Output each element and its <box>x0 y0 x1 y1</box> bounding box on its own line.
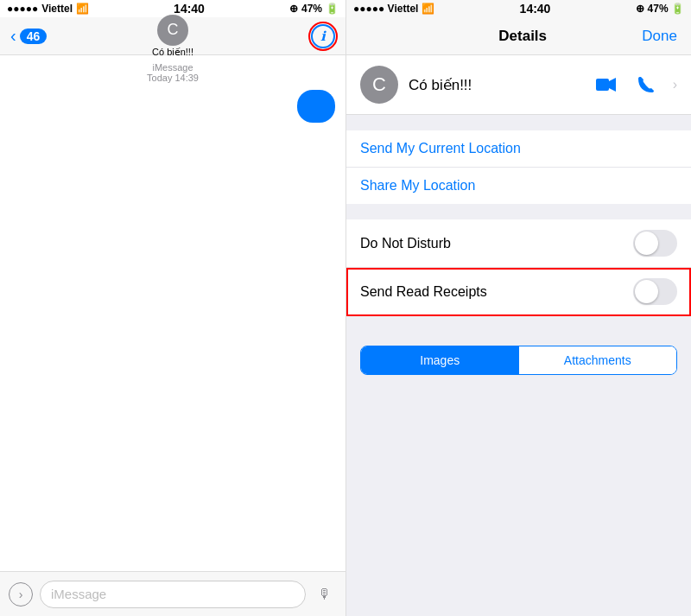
message-bubble <box>297 90 335 123</box>
battery-icon-left: 🔋 <box>326 3 339 15</box>
carrier-left: Viettel <box>41 3 73 15</box>
wifi-icon: 📶 <box>76 3 89 15</box>
input-bar: › iMessage 🎙 <box>0 571 346 616</box>
svg-rect-0 <box>596 79 609 91</box>
segment-control: Images Attachments <box>360 346 677 375</box>
input-placeholder: iMessage <box>51 587 106 601</box>
signal-bars: ●●●●● <box>7 3 38 15</box>
attachments-tab[interactable]: Attachments <box>519 346 677 374</box>
nav-center: C Có biến!!! <box>152 15 193 58</box>
send-read-receipts-toggle[interactable] <box>633 278 677 305</box>
nav-bar-left: ‹ 46 C Có biến!!! ℹ <box>0 17 346 55</box>
info-icon: ℹ <box>320 29 326 44</box>
left-status-group: ●●●●● Viettel 📶 <box>7 3 89 15</box>
send-read-receipts-label: Send Read Receipts <box>360 284 487 300</box>
carrier-right: Viettel <box>388 3 419 15</box>
battery-icon-right: 🔋 <box>671 3 684 15</box>
right-status-group: ⊕ 47% 🔋 <box>289 3 339 15</box>
done-button[interactable]: Done <box>642 28 677 45</box>
expand-icon: › <box>19 587 23 601</box>
battery-percent-left: 47% <box>301 3 322 15</box>
left-panel: ●●●●● Viettel 📶 14:40 ⊕ 47% 🔋 ‹ 46 C Có … <box>0 0 346 616</box>
contact-avatar: C <box>360 66 398 104</box>
phone-icon <box>637 75 656 94</box>
location-icon-left: ⊕ <box>289 3 298 15</box>
contact-actions: › <box>593 75 677 94</box>
battery-percent-right: 47% <box>648 3 669 15</box>
signal-bars-right: ●●●●● <box>353 3 384 15</box>
service-label: iMessage Today 14:39 <box>147 62 199 83</box>
details-content: C Có biến!!! › <box>346 55 691 616</box>
status-bar-right: ●●●●● Viettel 📶 14:40 ⊕ 47% 🔋 <box>346 0 691 17</box>
contact-name: Có biến!!! <box>409 76 583 94</box>
right-right-status: ⊕ 47% 🔋 <box>636 3 684 15</box>
contact-name-nav: Có biến!!! <box>152 47 193 58</box>
right-panel: ●●●●● Viettel 📶 14:40 ⊕ 47% 🔋 Details Do… <box>346 0 691 616</box>
do-not-disturb-row: Do Not Disturb <box>346 219 691 268</box>
expand-button[interactable]: › <box>9 582 33 606</box>
back-chevron-icon: ‹ <box>10 26 16 46</box>
info-button[interactable]: ℹ <box>311 24 335 48</box>
back-button[interactable]: ‹ 46 <box>10 26 47 46</box>
send-current-location-button[interactable]: Send My Current Location <box>346 130 691 168</box>
send-read-receipts-row: Send Read Receipts <box>346 268 691 316</box>
segment-container: Images Attachments <box>360 346 677 375</box>
images-tab[interactable]: Images <box>361 346 519 374</box>
mic-button[interactable]: 🎙 <box>313 582 337 606</box>
location-section: Send My Current Location Share My Locati… <box>346 130 691 204</box>
avatar: C <box>157 15 188 46</box>
svg-marker-1 <box>609 78 616 92</box>
contact-chevron-icon: › <box>673 77 677 92</box>
mic-icon: 🎙 <box>318 587 332 602</box>
do-not-disturb-label: Do Not Disturb <box>360 236 451 251</box>
time-right: 14:40 <box>520 2 551 16</box>
section-gap-2 <box>346 204 691 219</box>
back-badge: 46 <box>20 29 48 44</box>
details-title: Details <box>498 28 547 45</box>
phone-call-button[interactable] <box>633 75 659 94</box>
do-not-disturb-toggle[interactable] <box>633 230 677 257</box>
right-left-status: ●●●●● Viettel 📶 <box>353 3 434 15</box>
wifi-icon-right: 📶 <box>422 3 434 15</box>
section-gap-1 <box>346 115 691 130</box>
video-icon <box>596 77 617 92</box>
message-input[interactable]: iMessage <box>40 581 306 608</box>
location-icon-right: ⊕ <box>636 3 644 15</box>
share-location-button[interactable]: Share My Location <box>346 168 691 204</box>
section-gap-3 <box>346 316 691 332</box>
nav-bar-right: Details Done <box>346 17 691 55</box>
video-call-button[interactable] <box>593 75 619 94</box>
messages-area: iMessage Today 14:39 <box>0 55 346 571</box>
contact-row: C Có biến!!! › <box>346 55 691 115</box>
